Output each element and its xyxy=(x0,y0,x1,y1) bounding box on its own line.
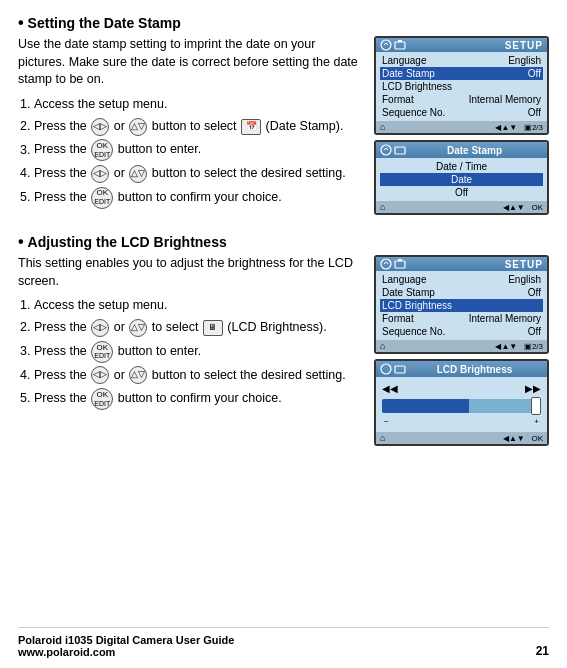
svg-rect-4 xyxy=(395,147,405,154)
footer-left: Polaroid i1035 Digital Camera User Guide… xyxy=(18,634,234,658)
popup-footer-nav: ◀▲▼ OK xyxy=(503,203,543,212)
popup-row-off: Off xyxy=(380,186,543,199)
datestamp-icon: 📅 xyxy=(241,119,261,135)
footer-home-icon-2: ⌂ xyxy=(380,341,385,351)
setup-title-1: SETUP xyxy=(406,40,543,51)
brightness-scale: − + xyxy=(382,416,541,427)
row-format-2: Format Internal Memory xyxy=(380,312,543,325)
row-lcd-brightness-1: LCD Brightness xyxy=(380,80,543,93)
step-2a: Press the ◁▷ or △▽ button to select 📅 (D… xyxy=(34,117,364,136)
popup-title-1: Date Stamp xyxy=(406,145,543,156)
lcd-brightness-screens: SETUP Language English Date Stamp Off LC… xyxy=(374,255,549,446)
dial2-icon2: △▽ xyxy=(129,165,147,183)
section-title-date-stamp: Setting the Date Stamp xyxy=(18,14,549,32)
lcd-brightness-ol: Access the setup menu. Press the ◁▷ or △… xyxy=(18,296,364,410)
setup-body-1: Language English Date Stamp Off LCD Brig… xyxy=(376,52,547,121)
dial2-icon4: △▽ xyxy=(129,366,147,384)
dial2-icon3: △▽ xyxy=(129,319,147,337)
dial-icon4: ◁▷ xyxy=(91,366,109,384)
row-datestamp-2: Date Stamp Off xyxy=(380,286,543,299)
footer-page-number: 21 xyxy=(536,644,549,658)
footer-line2: www.polaroid.com xyxy=(18,646,234,658)
row-lcd-brightness-2: LCD Brightness xyxy=(380,299,543,312)
footer-nav-1: ◀▲▼ ▣2/3 xyxy=(495,123,543,132)
date-stamp-content: Use the date stamp setting to imprint th… xyxy=(18,36,549,215)
lcd-brightness-intro: This setting enables you to adjust the b… xyxy=(18,255,364,290)
step-4a: Press the ◁▷ or △▽ button to select the … xyxy=(34,164,364,183)
popup-footer-1: ⌂ ◀▲▼ OK xyxy=(376,201,547,213)
popup-body-1: Date / Time Date Off xyxy=(376,158,547,201)
brightness-handle xyxy=(531,397,541,415)
row-seqno-1: Sequence No. Off xyxy=(380,106,543,119)
popup-footer-2: ⌂ ◀▲▼ OK xyxy=(376,432,547,444)
dial-icon3: ◁▷ xyxy=(91,319,109,337)
svg-rect-1 xyxy=(395,42,405,49)
svg-rect-6 xyxy=(395,261,405,268)
step-5a: Press the OKEDIT button to confirm your … xyxy=(34,187,364,209)
popup-header-1: Date Stamp xyxy=(376,142,547,158)
svg-point-3 xyxy=(381,145,391,155)
header-icons-1 xyxy=(380,39,406,51)
setup-screen-2: SETUP Language English Date Stamp Off LC… xyxy=(374,255,549,354)
setup-header-1: SETUP xyxy=(376,38,547,52)
svg-point-0 xyxy=(381,40,391,50)
brightness-bar xyxy=(382,399,541,413)
brightness-left-arrows: ◀◀ xyxy=(382,383,398,394)
popup-icons-1 xyxy=(380,144,406,156)
section-date-stamp: Setting the Date Stamp Use the date stam… xyxy=(18,14,549,225)
lcd-brightness-body: ◀◀ ▶▶ − + xyxy=(376,377,547,432)
page-footer: Polaroid i1035 Digital Camera User Guide… xyxy=(18,627,549,658)
brightness-fill xyxy=(382,399,469,413)
step-4b: Press the ◁▷ or △▽ button to select the … xyxy=(34,366,364,385)
step-2b: Press the ◁▷ or △▽ to select 🖥 (LCD Brig… xyxy=(34,318,364,337)
footer-home-icon: ⌂ xyxy=(380,122,385,132)
lcd-brightness-steps: This setting enables you to adjust the b… xyxy=(18,255,364,446)
row-format-1: Format Internal Memory xyxy=(380,93,543,106)
popup-footer-nav-2: ◀▲▼ OK xyxy=(503,434,543,443)
setup-title-2: SETUP xyxy=(406,259,543,270)
section-lcd-brightness: Adjusting the LCD Brightness This settin… xyxy=(18,233,549,456)
setup-screen-1: SETUP Language English Date Stamp Off LC… xyxy=(374,36,549,135)
footer-line1: Polaroid i1035 Digital Camera User Guide xyxy=(18,634,234,646)
lcd-brightness-content: This setting enables you to adjust the b… xyxy=(18,255,549,446)
step-3a: Press the OKEDIT button to enter. xyxy=(34,139,364,161)
svg-point-5 xyxy=(381,259,391,269)
setup-header-2: SETUP xyxy=(376,257,547,271)
header-icons-2 xyxy=(380,258,406,270)
popup-footer-home: ⌂ xyxy=(380,202,385,212)
dial2-icon: △▽ xyxy=(129,118,147,136)
popup-row-datetime: Date / Time xyxy=(380,160,543,173)
lcd-brightness-popup: LCD Brightness ◀◀ ▶▶ xyxy=(374,359,549,446)
setup-footer-1: ⌂ ◀▲▼ ▣2/3 xyxy=(376,121,547,133)
row-language-1: Language English xyxy=(380,54,543,67)
popup-header-2: LCD Brightness xyxy=(376,361,547,377)
date-stamp-steps: Use the date stamp setting to imprint th… xyxy=(18,36,364,215)
svg-rect-2 xyxy=(398,40,402,42)
date-stamp-screens: SETUP Language English Date Stamp Off LC… xyxy=(374,36,549,215)
step-5b: Press the OKEDIT button to confirm your … xyxy=(34,388,364,410)
setup-body-2: Language English Date Stamp Off LCD Brig… xyxy=(376,271,547,340)
svg-rect-9 xyxy=(395,366,405,373)
popup-title-2: LCD Brightness xyxy=(406,364,543,375)
lcd-icon: 🖥 xyxy=(203,320,223,336)
popup-icons-2 xyxy=(380,363,406,375)
brightness-arrows-row: ◀◀ ▶▶ xyxy=(382,381,541,396)
ok-icon3: OKEDIT xyxy=(91,341,113,363)
step-1a: Access the setup menu. xyxy=(34,95,364,114)
ok-icon: OKEDIT xyxy=(91,139,113,161)
brightness-right-arrows: ▶▶ xyxy=(525,383,541,394)
dial-icon: ◁▷ xyxy=(91,118,109,136)
svg-point-8 xyxy=(381,364,391,374)
row-language-2: Language English xyxy=(380,273,543,286)
dial-icon2: ◁▷ xyxy=(91,165,109,183)
popup-row-date: Date xyxy=(380,173,543,186)
footer-nav-2: ◀▲▼ ▣2/3 xyxy=(495,342,543,351)
ok-icon4: OKEDIT xyxy=(91,388,113,410)
datestamp-popup: Date Stamp Date / Time Date Off ⌂ ◀▲▼ OK xyxy=(374,140,549,215)
brightness-max: + xyxy=(534,417,539,426)
step-1b: Access the setup menu. xyxy=(34,296,364,315)
section-title-lcd: Adjusting the LCD Brightness xyxy=(18,233,549,251)
step-3b: Press the OKEDIT button to enter. xyxy=(34,341,364,363)
date-stamp-ol: Access the setup menu. Press the ◁▷ or △… xyxy=(18,95,364,209)
date-stamp-intro: Use the date stamp setting to imprint th… xyxy=(18,36,364,89)
